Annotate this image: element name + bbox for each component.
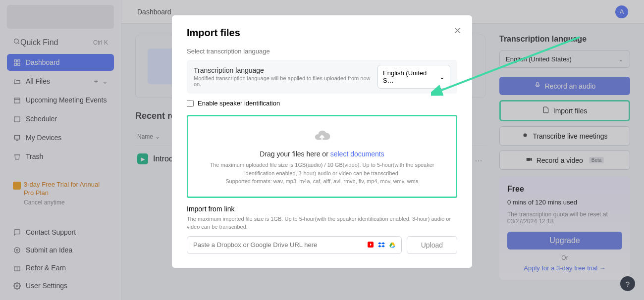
language-row: Transcription language Modified transcri…: [187, 60, 457, 94]
drop-text: Drag your files here or select documents: [197, 150, 447, 158]
modal-overlay[interactable]: Import files ✕ Select transcription lang…: [0, 0, 644, 300]
import-link-heading: Import from link: [187, 205, 457, 213]
language-title: Transcription language: [194, 66, 372, 74]
svg-line-25: [438, 37, 580, 92]
close-icon[interactable]: ✕: [454, 25, 461, 36]
url-input-wrap: [187, 236, 402, 254]
import-files-modal: Import files ✕ Select transcription lang…: [172, 15, 472, 268]
section-label: Select transcription language: [187, 48, 457, 55]
youtube-icon: [367, 242, 374, 249]
url-input[interactable]: [193, 241, 367, 249]
import-link-sub: The maximum imported file size is 1GB. U…: [187, 215, 457, 231]
dropbox-icon: [377, 242, 384, 249]
speaker-id-checkbox[interactable]: Enable speaker identification: [187, 100, 457, 107]
import-from-link-section: Import from link The maximum imported fi…: [187, 205, 457, 254]
upload-button[interactable]: Upload: [407, 236, 457, 254]
language-dropdown[interactable]: English (United S… ⌄: [377, 65, 450, 89]
modal-title: Import files: [187, 27, 457, 39]
chevron-down-icon: ⌄: [439, 73, 445, 81]
drop-sub2: Supported formats: wav, mp3, m4a, caf, a…: [197, 177, 447, 186]
cloud-upload-icon: [197, 127, 447, 146]
dropzone[interactable]: Drag your files here or select documents…: [187, 115, 457, 198]
google-drive-icon: [388, 242, 395, 249]
drop-sub1: The maximum uploaded file size is 1GB(au…: [197, 161, 447, 177]
select-documents-link[interactable]: select documents: [330, 150, 384, 158]
checkbox-input[interactable]: [187, 100, 194, 107]
language-sub: Modified transcription language will be …: [194, 75, 372, 87]
